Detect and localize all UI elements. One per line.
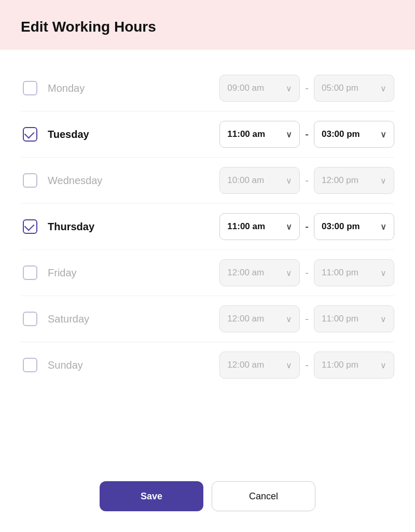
day-label-friday: Friday (48, 267, 131, 279)
end-time-sunday[interactable]: 11:00 pm∨ (314, 352, 394, 379)
start-time-value-thursday: 11:00 am (227, 221, 265, 232)
day-label-saturday: Saturday (48, 313, 131, 325)
end-chevron-icon-thursday: ∨ (380, 222, 386, 232)
day-row-friday: Friday12:00 am∨-11:00 pm∨ (21, 250, 394, 296)
separator-monday: - (305, 82, 309, 94)
start-time-thursday[interactable]: 11:00 am∨ (219, 213, 300, 240)
start-chevron-icon-saturday: ∨ (286, 314, 292, 324)
start-time-tuesday[interactable]: 11:00 am∨ (219, 121, 300, 148)
start-chevron-icon-sunday: ∨ (286, 360, 292, 370)
start-time-value-wednesday: 10:00 am (227, 175, 264, 186)
end-chevron-icon-monday: ∨ (380, 83, 386, 93)
cancel-button[interactable]: Cancel (212, 481, 315, 511)
checkbox-tuesday[interactable] (21, 125, 39, 144)
checkbox-inner-monday (23, 81, 37, 95)
end-time-saturday[interactable]: 11:00 pm∨ (314, 305, 394, 332)
day-label-thursday: Thursday (48, 221, 131, 233)
day-label-monday: Monday (48, 82, 131, 94)
start-time-monday[interactable]: 09:00 am∨ (219, 75, 300, 102)
end-chevron-icon-wednesday: ∨ (380, 176, 386, 186)
start-chevron-icon-monday: ∨ (286, 83, 292, 93)
start-chevron-icon-friday: ∨ (286, 268, 292, 278)
time-controls-thursday: 11:00 am∨-03:00 pm∨ (219, 213, 394, 240)
day-row-saturday: Saturday12:00 am∨-11:00 pm∨ (21, 296, 394, 342)
checkbox-saturday[interactable] (21, 310, 39, 328)
separator-sunday: - (305, 359, 309, 371)
day-label-wednesday: Wednesday (48, 175, 131, 187)
start-chevron-icon-wednesday: ∨ (286, 176, 292, 186)
end-time-wednesday[interactable]: 12:00 pm∨ (314, 167, 394, 194)
save-button[interactable]: Save (100, 481, 203, 511)
end-time-value-sunday: 11:00 pm (322, 360, 358, 370)
time-controls-monday: 09:00 am∨-05:00 pm∨ (219, 75, 394, 102)
start-chevron-icon-thursday: ∨ (286, 222, 292, 232)
end-time-tuesday[interactable]: 03:00 pm∨ (314, 121, 394, 148)
start-time-friday[interactable]: 12:00 am∨ (219, 259, 300, 286)
end-time-monday[interactable]: 05:00 pm∨ (314, 75, 394, 102)
end-time-value-wednesday: 12:00 pm (322, 175, 358, 186)
end-time-value-tuesday: 03:00 pm (322, 129, 360, 139)
checkbox-thursday[interactable] (21, 217, 39, 236)
separator-wednesday: - (305, 175, 309, 187)
start-time-value-tuesday: 11:00 am (227, 129, 265, 139)
checkbox-inner-saturday (23, 312, 37, 326)
end-time-value-saturday: 11:00 pm (322, 314, 358, 324)
page-title: Edit Working Hours (21, 19, 394, 35)
time-controls-saturday: 12:00 am∨-11:00 pm∨ (219, 305, 394, 332)
separator-friday: - (305, 267, 309, 279)
page-header: Edit Working Hours (0, 0, 415, 50)
checkbox-inner-sunday (23, 358, 37, 372)
checkbox-sunday[interactable] (21, 356, 39, 374)
start-time-value-sunday: 12:00 am (227, 360, 264, 370)
end-chevron-icon-friday: ∨ (380, 268, 386, 278)
time-controls-tuesday: 11:00 am∨-03:00 pm∨ (219, 121, 394, 148)
end-chevron-icon-tuesday: ∨ (380, 130, 386, 139)
end-chevron-icon-sunday: ∨ (380, 360, 386, 370)
end-time-friday[interactable]: 11:00 pm∨ (314, 259, 394, 286)
day-row-sunday: Sunday12:00 am∨-11:00 pm∨ (21, 342, 394, 388)
start-time-wednesday[interactable]: 10:00 am∨ (219, 167, 300, 194)
day-row-thursday: Thursday11:00 am∨-03:00 pm∨ (21, 204, 394, 250)
separator-tuesday: - (305, 129, 309, 141)
day-row-wednesday: Wednesday10:00 am∨-12:00 pm∨ (21, 158, 394, 204)
checkbox-inner-friday (23, 265, 37, 280)
start-time-saturday[interactable]: 12:00 am∨ (219, 305, 300, 332)
start-time-sunday[interactable]: 12:00 am∨ (219, 352, 300, 379)
time-controls-friday: 12:00 am∨-11:00 pm∨ (219, 259, 394, 286)
day-row-tuesday: Tuesday11:00 am∨-03:00 pm∨ (21, 111, 394, 158)
footer-actions: Save Cancel (0, 467, 415, 532)
start-time-value-monday: 09:00 am (227, 83, 264, 93)
start-time-value-friday: 12:00 am (227, 268, 264, 278)
checkbox-inner-thursday (23, 219, 37, 234)
checkbox-inner-tuesday (23, 127, 37, 142)
day-label-tuesday: Tuesday (48, 129, 131, 141)
end-time-value-friday: 11:00 pm (322, 268, 358, 278)
time-controls-wednesday: 10:00 am∨-12:00 pm∨ (219, 167, 394, 194)
checkbox-wednesday[interactable] (21, 171, 39, 190)
checkbox-inner-wednesday (23, 173, 37, 188)
end-time-value-thursday: 03:00 pm (322, 221, 360, 232)
separator-saturday: - (305, 313, 309, 325)
checkbox-friday[interactable] (21, 263, 39, 282)
start-time-value-saturday: 12:00 am (227, 314, 264, 324)
days-list: Monday09:00 am∨-05:00 pm∨Tuesday11:00 am… (0, 50, 415, 467)
end-time-thursday[interactable]: 03:00 pm∨ (314, 213, 394, 240)
separator-thursday: - (305, 221, 309, 233)
day-label-sunday: Sunday (48, 359, 131, 371)
day-row-monday: Monday09:00 am∨-05:00 pm∨ (21, 65, 394, 111)
end-time-value-monday: 05:00 pm (322, 83, 358, 93)
end-chevron-icon-saturday: ∨ (380, 314, 386, 324)
time-controls-sunday: 12:00 am∨-11:00 pm∨ (219, 352, 394, 379)
start-chevron-icon-tuesday: ∨ (286, 130, 292, 139)
checkbox-monday[interactable] (21, 79, 39, 97)
